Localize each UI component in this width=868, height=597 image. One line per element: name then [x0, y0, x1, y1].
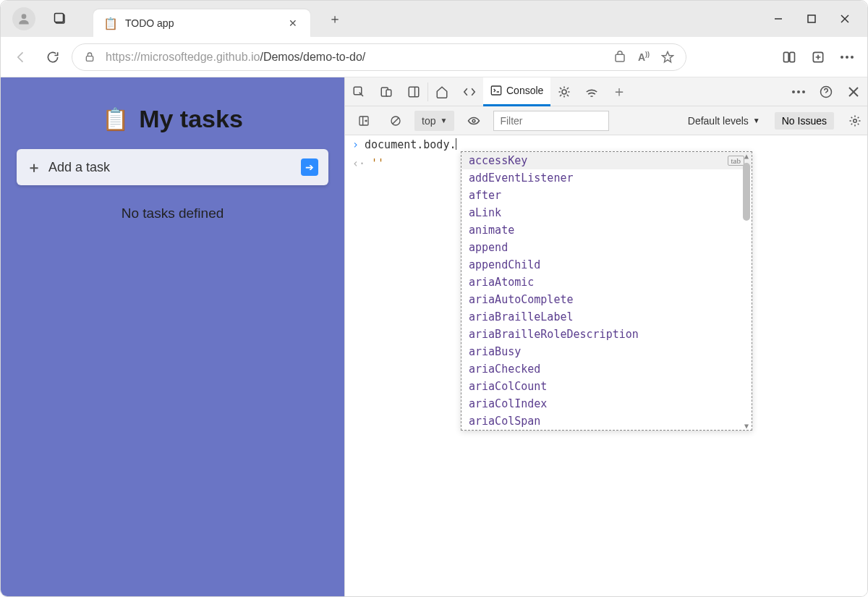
autocomplete-item[interactable]: animate: [461, 221, 752, 239]
content-area: 📋 My tasks ＋ Add a task ➔ No tasks defin…: [1, 77, 867, 596]
svg-point-24: [792, 90, 795, 93]
network-tab[interactable]: [578, 77, 605, 106]
autocomplete-item[interactable]: after: [461, 187, 752, 204]
plus-icon: ＋: [27, 158, 41, 177]
add-task-submit[interactable]: ➔: [301, 158, 318, 176]
svg-rect-19: [386, 90, 391, 96]
console-toolbar: top ▼ Default levels ▼ No Issues: [345, 106, 867, 135]
autocomplete-item[interactable]: ariaBusy: [461, 343, 752, 360]
console-body[interactable]: › document.body. ‹· '' accessKeytabaddEv…: [345, 135, 867, 596]
collections-button[interactable]: [805, 44, 831, 70]
autocomplete-item[interactable]: ariaColCount: [461, 378, 752, 395]
profile-avatar[interactable]: [12, 7, 35, 30]
autocomplete-item[interactable]: ariaColIndex: [461, 395, 752, 412]
issues-button[interactable]: No Issues: [775, 112, 834, 130]
close-window-button[interactable]: [828, 7, 861, 30]
console-input-text: document.body.: [365, 138, 456, 151]
autocomplete-scrollbar[interactable]: ▲ ▼: [741, 152, 752, 430]
live-expression-button[interactable]: [460, 111, 488, 131]
more-tabs-button[interactable]: ＋: [605, 77, 633, 106]
elements-tab[interactable]: [456, 77, 483, 106]
svg-point-23: [562, 90, 566, 94]
browser-toolbar: https://microsoftedge.github.io/Demos/de…: [1, 37, 867, 77]
clipboard-icon: 📋: [102, 106, 129, 132]
svg-rect-4: [808, 15, 815, 22]
tab-close-button[interactable]: ✕: [286, 14, 300, 32]
context-selector[interactable]: top ▼: [414, 111, 454, 131]
sources-tab[interactable]: [550, 77, 578, 106]
svg-point-0: [22, 14, 27, 19]
new-tab-button[interactable]: ＋: [323, 7, 346, 30]
svg-rect-20: [409, 87, 419, 97]
autocomplete-item[interactable]: ariaColSpan: [461, 412, 752, 430]
add-task-input[interactable]: ＋ Add a task ➔: [17, 149, 328, 185]
devtools-help-button[interactable]: [812, 77, 840, 106]
svg-point-25: [797, 90, 800, 93]
devtools-tabbar: Console ＋: [345, 77, 867, 106]
autocomplete-item[interactable]: appendChild: [461, 256, 752, 274]
window-controls: [762, 7, 861, 30]
svg-point-34: [473, 119, 476, 122]
autocomplete-popup[interactable]: accessKeytabaddEventListenerafteraLinkan…: [461, 151, 752, 431]
devtools-close-button[interactable]: [840, 77, 867, 106]
refresh-button[interactable]: [40, 44, 66, 70]
svg-rect-9: [784, 52, 789, 62]
console-sidebar-toggle[interactable]: [351, 111, 377, 131]
svg-point-16: [851, 56, 854, 59]
svg-rect-2: [55, 14, 64, 22]
inspect-button[interactable]: [345, 77, 373, 106]
clear-console-button[interactable]: [383, 111, 409, 131]
console-filter-input[interactable]: [493, 111, 609, 131]
autocomplete-item[interactable]: accessKeytab: [461, 152, 752, 169]
more-button[interactable]: [834, 44, 860, 70]
browser-tab[interactable]: 📋 TODO app ✕: [93, 9, 310, 37]
console-output-text: '': [371, 157, 384, 170]
welcome-tab[interactable]: [428, 77, 456, 106]
add-task-placeholder: Add a task: [48, 160, 301, 175]
autocomplete-item[interactable]: aLink: [461, 204, 752, 221]
todo-app-page: 📋 My tasks ＋ Add a task ➔ No tasks defin…: [1, 77, 344, 596]
devtools-panel: Console ＋ top ▼ Default levels ▼ No Issu…: [344, 77, 867, 596]
autocomplete-item[interactable]: ariaBrailleLabel: [461, 308, 752, 326]
split-screen-button[interactable]: [776, 44, 802, 70]
svg-point-35: [854, 119, 857, 122]
site-info-icon[interactable]: [84, 51, 95, 64]
devtools-more-button[interactable]: [785, 77, 812, 106]
workspaces-button[interactable]: [48, 7, 72, 30]
browser-titlebar: 📋 TODO app ✕ ＋: [1, 1, 867, 37]
address-bar[interactable]: https://microsoftedge.github.io/Demos/de…: [72, 43, 686, 71]
console-tab-label: Console: [506, 85, 543, 96]
input-chevron-icon: ›: [352, 138, 359, 151]
console-tab[interactable]: Console: [483, 77, 550, 106]
favorite-icon[interactable]: [661, 51, 674, 64]
autocomplete-item[interactable]: ariaAutoComplete: [461, 291, 752, 308]
svg-rect-22: [491, 86, 501, 95]
back-button[interactable]: [8, 44, 34, 70]
log-levels-selector[interactable]: Default levels ▼: [688, 115, 760, 127]
shopping-icon[interactable]: [613, 51, 626, 64]
autocomplete-item[interactable]: ariaBrailleRoleDescription: [461, 326, 752, 343]
svg-rect-8: [616, 54, 624, 62]
svg-rect-7: [86, 56, 93, 61]
svg-point-14: [841, 56, 843, 59]
output-chevron-icon: ‹·: [352, 157, 365, 170]
page-heading: 📋 My tasks: [8, 85, 337, 149]
read-aloud-icon[interactable]: A)): [638, 51, 650, 64]
tab-favicon: 📋: [103, 17, 118, 30]
svg-point-15: [846, 56, 848, 59]
svg-point-26: [802, 90, 805, 93]
minimize-button[interactable]: [762, 7, 795, 30]
autocomplete-item[interactable]: ariaChecked: [461, 360, 752, 378]
empty-state-text: No tasks defined: [8, 206, 337, 221]
console-settings-button[interactable]: [848, 114, 861, 127]
autocomplete-item[interactable]: addEventListener: [461, 169, 752, 187]
autocomplete-item[interactable]: ariaAtomic: [461, 274, 752, 291]
dock-button[interactable]: [400, 77, 427, 106]
device-toggle-button[interactable]: [373, 77, 400, 106]
svg-line-33: [393, 118, 399, 124]
url-text: https://microsoftedge.github.io/Demos/de…: [106, 51, 365, 64]
svg-rect-10: [790, 52, 795, 62]
autocomplete-item[interactable]: append: [461, 239, 752, 256]
tab-title: TODO app: [125, 17, 286, 29]
maximize-button[interactable]: [795, 7, 828, 30]
